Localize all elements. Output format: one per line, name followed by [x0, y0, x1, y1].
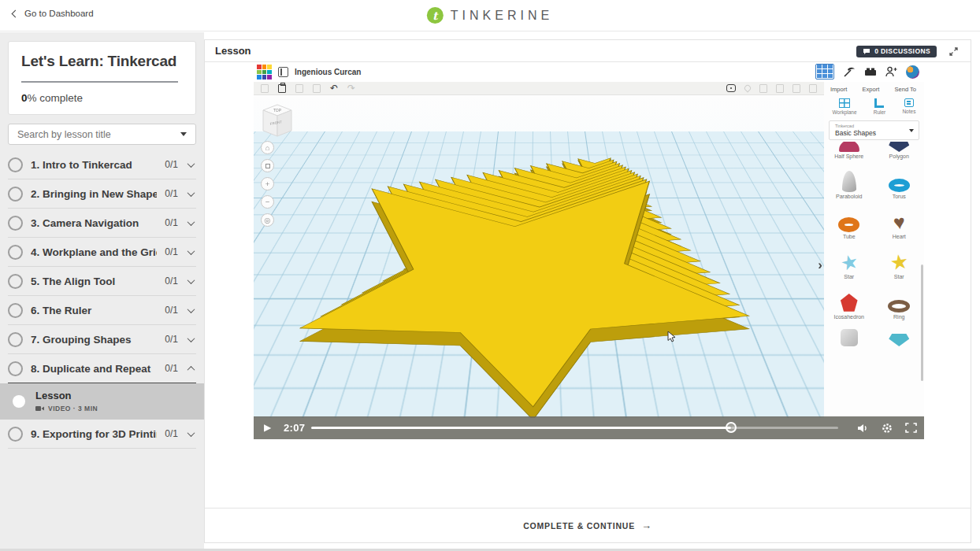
- lesson-item-5[interactable]: 5. The Align Tool 0/1: [8, 267, 196, 296]
- chevron-down-icon[interactable]: [187, 429, 195, 437]
- course-summary-card: Let's Learn: Tinkercad 0% complete: [8, 41, 196, 115]
- align-icon[interactable]: [793, 84, 800, 93]
- lesson-panel-footer: COMPLETE & CONTINUE →: [205, 508, 971, 542]
- shape-rounded-cube[interactable]: [827, 324, 871, 346]
- sendto-button[interactable]: Send To: [895, 86, 916, 93]
- lesson-count: 0/1: [165, 428, 178, 439]
- zoom-in-button[interactable]: +: [261, 177, 274, 190]
- shape-heart[interactable]: Heart: [877, 204, 921, 244]
- progress-circle-icon: [8, 157, 23, 172]
- settings-gear-icon[interactable]: [882, 423, 893, 434]
- shape-torus[interactable]: Torus: [877, 164, 921, 204]
- tinkercad-header-actions: [815, 64, 919, 80]
- fullscreen-icon[interactable]: [905, 423, 917, 433]
- chevron-down-icon[interactable]: [187, 276, 195, 284]
- shape-star-yellow[interactable]: Star: [877, 244, 921, 284]
- pickaxe-icon[interactable]: [843, 66, 856, 78]
- shape-polygon[interactable]: Polygon: [877, 142, 921, 164]
- brick-icon[interactable]: [864, 67, 877, 76]
- polygon-icon: [889, 142, 909, 152]
- search-input[interactable]: [17, 129, 180, 140]
- expand-fullscreen-icon[interactable]: [948, 46, 959, 57]
- chevron-down-icon[interactable]: [187, 335, 195, 342]
- shape-half-sphere[interactable]: Half Sphere: [827, 142, 871, 164]
- back-to-dashboard-link[interactable]: Go to Dashboard: [13, 9, 94, 18]
- design-name: Ingenious Curcan: [295, 68, 361, 76]
- shape-star-blue[interactable]: Star: [827, 244, 871, 284]
- volume-icon[interactable]: [857, 423, 869, 433]
- shape-ring[interactable]: Ring: [877, 284, 921, 324]
- course-progress: 0% complete: [21, 92, 183, 104]
- notes-tool[interactable]: Notes: [902, 98, 915, 115]
- export-button[interactable]: Export: [863, 86, 880, 93]
- panel-collapse-handle[interactable]: ›: [818, 257, 822, 273]
- redo-icon[interactable]: ↷: [347, 83, 355, 93]
- shape-label: Polygon: [889, 153, 909, 159]
- play-button[interactable]: ▶: [264, 423, 271, 432]
- progress-circle-icon: [8, 187, 23, 202]
- paraboloid-icon: [842, 171, 856, 192]
- fit-view-button[interactable]: [261, 159, 274, 172]
- discussions-badge[interactable]: 0 DISCUSSIONS: [856, 46, 937, 57]
- shape-library-dropdown[interactable]: Tinkercad Basic Shapes: [829, 120, 919, 140]
- lesson-item-3[interactable]: 3. Camera Navigation 0/1: [8, 209, 196, 238]
- lesson-item-9[interactable]: 9. Exporting for 3D Printing 0/1: [8, 420, 196, 449]
- gem-icon: [889, 334, 909, 346]
- progress-scrubber[interactable]: [726, 422, 737, 433]
- tinkercad-canvas[interactable]: TOP FRONT ⌂ + − ◎ ›: [254, 95, 824, 418]
- lesson-panel-title: Lesson: [215, 45, 251, 57]
- ungroup-icon[interactable]: [776, 84, 784, 93]
- lesson-item-8[interactable]: 8. Duplicate and Repeat 0/1: [8, 354, 196, 383]
- undo-icon[interactable]: ↶: [330, 83, 338, 93]
- duplicate-icon[interactable]: [295, 84, 303, 93]
- chevron-up-icon[interactable]: [187, 365, 195, 373]
- lesson-item-4[interactable]: 4. Workplane and the Grid 0/1: [8, 238, 196, 267]
- zoom-out-button[interactable]: −: [261, 195, 274, 209]
- chevron-down-icon[interactable]: [187, 305, 195, 313]
- delete-icon[interactable]: [313, 84, 321, 93]
- chevron-down-icon[interactable]: [187, 160, 195, 168]
- brand-logo[interactable]: t TINKERINE: [427, 7, 553, 24]
- copy-icon[interactable]: [261, 84, 269, 93]
- chevron-down-icon[interactable]: [187, 189, 195, 197]
- chevron-down-icon[interactable]: [187, 247, 195, 255]
- group-icon[interactable]: [759, 84, 767, 93]
- active-lesson-meta-text: VIDEO · 3 MIN: [48, 405, 98, 412]
- mirror-icon[interactable]: [809, 84, 817, 93]
- shape-gem[interactable]: [877, 324, 921, 346]
- chevron-down-icon[interactable]: [187, 218, 195, 226]
- complete-continue-button[interactable]: COMPLETE & CONTINUE →: [523, 520, 652, 531]
- person-add-icon[interactable]: [885, 66, 897, 77]
- lesson-item-7[interactable]: 7. Grouping Shapes 0/1: [8, 325, 196, 354]
- lesson-item-1[interactable]: 1. Intro to Tinkercad 0/1: [8, 150, 196, 179]
- home-view-button[interactable]: ⌂: [261, 141, 274, 154]
- lesson-search-box[interactable]: [8, 124, 196, 145]
- lesson-item-6[interactable]: 6. The Ruler 0/1: [8, 296, 196, 325]
- show-all-icon[interactable]: [726, 84, 736, 92]
- progress-circle-icon: [8, 274, 23, 289]
- lesson-item-2[interactable]: 2. Bringing in New Shapes 0/1: [8, 179, 196, 209]
- tinkercad-header: Ingenious Curcan: [254, 62, 924, 82]
- import-button[interactable]: Import: [830, 86, 847, 93]
- panel-scrollbar[interactable]: [921, 264, 923, 381]
- dropdown-caret-icon[interactable]: [180, 132, 187, 136]
- ring-icon: [888, 300, 910, 312]
- paste-icon[interactable]: [278, 84, 286, 93]
- shape-paraboloid[interactable]: Paraboloid: [827, 164, 871, 204]
- active-lesson-item[interactable]: Lesson VIDEO · 3 MIN: [0, 383, 204, 420]
- ruler-tool[interactable]: Ruler: [874, 98, 886, 115]
- shape-icosahedron[interactable]: Icosahedron: [827, 284, 871, 324]
- pin-icon[interactable]: [743, 83, 752, 92]
- tinkercad-toolbar: ↶ ↷: [254, 82, 824, 95]
- user-avatar[interactable]: [906, 65, 919, 79]
- workplane-tool[interactable]: Workplane: [833, 98, 857, 115]
- dashboard-grid-button[interactable]: [815, 64, 834, 80]
- view-cube[interactable]: TOP FRONT: [258, 102, 296, 139]
- video-player[interactable]: Ingenious Curcan ↶ ↷: [254, 62, 924, 439]
- complete-label: COMPLETE & CONTINUE: [523, 521, 635, 531]
- video-progress-bar[interactable]: [311, 427, 838, 429]
- progress-divider: [21, 81, 178, 83]
- star-stack-model[interactable]: [254, 95, 824, 418]
- shape-tube[interactable]: Tube: [827, 204, 871, 244]
- perspective-toggle-button[interactable]: ◎: [261, 213, 274, 227]
